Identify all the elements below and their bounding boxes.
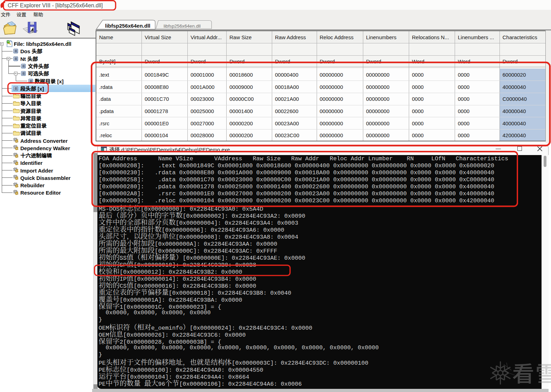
svg-text:看雪: 看雪 xyxy=(512,359,551,387)
